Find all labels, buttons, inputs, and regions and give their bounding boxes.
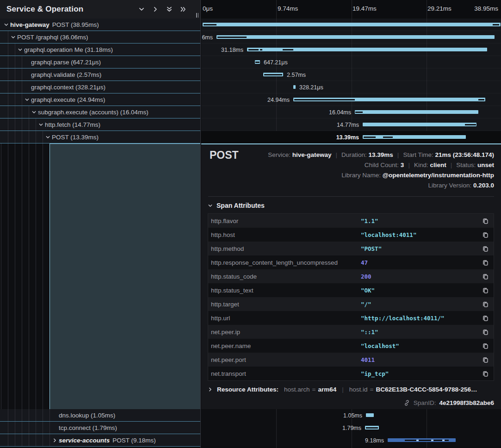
- indent-guide: [15, 56, 15, 68]
- chevron-right-icon[interactable]: [152, 6, 159, 12]
- chevron-down-icon[interactable]: [25, 97, 31, 102]
- timeline-row: 31.18ms: [201, 44, 501, 56]
- indent-guide: [15, 118, 15, 131]
- child-span-segment: [294, 99, 355, 100]
- tree-row[interactable]: hive-gatewayPOST (38.95ms): [0, 19, 200, 31]
- indent-guide: [29, 118, 29, 131]
- span-operation-label: subgraph.execute (accounts) (16.04ms): [38, 109, 148, 116]
- panel-resize-handle[interactable]: [196, 13, 198, 18]
- detail-divider: [208, 196, 494, 197]
- indent-guide: [8, 31, 8, 43]
- copy-icon[interactable]: [481, 370, 489, 377]
- tree-row[interactable]: POST /graphql (36.06ms): [0, 31, 200, 44]
- span-duration-bar[interactable]: [203, 23, 501, 26]
- tree-row[interactable]: subgraph.execute (accounts) (16.04ms): [0, 106, 200, 118]
- span-duration-label: 328.21μs: [299, 84, 323, 91]
- link-icon[interactable]: [403, 399, 410, 406]
- ruler-tick-label: 29.21ms: [427, 5, 452, 12]
- copy-icon[interactable]: [481, 231, 489, 238]
- copy-icon[interactable]: [481, 218, 489, 224]
- copy-icon[interactable]: [481, 287, 489, 294]
- span-duration-label: 24.94ms: [267, 97, 290, 103]
- span-duration-label: 14.77ms: [337, 122, 359, 128]
- indent-guide: [8, 44, 8, 56]
- indent-guide: [8, 118, 8, 131]
- chevron-down-icon[interactable]: [45, 135, 52, 140]
- tree-row[interactable]: POST (13.39ms): [0, 131, 200, 143]
- child-span-segment: [248, 49, 259, 50]
- selected-span-highlight-box: [49, 143, 200, 409]
- chevron-down-icon[interactable]: [138, 6, 145, 12]
- chevron-down-icon[interactable]: [38, 122, 45, 127]
- detail-meta-value: unset: [477, 162, 494, 168]
- resource-separator: |: [342, 386, 344, 393]
- resource-attributes-pairs: host.arch=arm64|host.id=BC62E13B-C4CC-58…: [284, 386, 477, 393]
- indent-guide: [8, 131, 8, 143]
- detail-meta-value: 0.203.0: [473, 182, 494, 189]
- tree-row[interactable]: graphql.validate (2.57ms): [0, 68, 200, 81]
- tree-row[interactable]: dns.lookup (1.05ms): [0, 409, 200, 422]
- child-span-segment: [260, 49, 262, 50]
- span-id-value: 4e21998f3b82abe6: [439, 399, 494, 406]
- detail-meta-line: Service: hive-gateway|Duration: 13.39ms|…: [268, 150, 494, 160]
- ruler-tick-label: 38.95ms: [474, 5, 498, 12]
- resource-attributes-header[interactable]: Resource Attributes:: [217, 386, 278, 393]
- indent-guide: [36, 118, 36, 131]
- indent-guide: [36, 131, 36, 143]
- selected-span-subtree-area: [0, 143, 200, 409]
- chevron-down-icon[interactable]: [31, 110, 38, 115]
- indent-guide: [22, 81, 22, 93]
- child-span-segment: [355, 112, 363, 113]
- span-attributes-header[interactable]: Span Attributes: [208, 202, 265, 209]
- span-duration-bar[interactable]: [355, 110, 478, 114]
- attribute-row: http.host"localhost:4011": [208, 228, 494, 242]
- attribute-key: http.url: [211, 315, 361, 322]
- tree-row[interactable]: graphql.execute (24.94ms): [0, 93, 200, 106]
- double-chevron-right-icon[interactable]: [180, 6, 186, 12]
- span-duration-bar[interactable]: [216, 35, 495, 39]
- detail-meta-value: client: [430, 162, 446, 168]
- span-duration-bar[interactable]: [363, 123, 476, 126]
- chevron-right-icon[interactable]: [208, 387, 213, 392]
- span-duration-label: 647.21μs: [264, 59, 288, 66]
- indent-guide: [22, 422, 22, 434]
- copy-icon[interactable]: [481, 245, 489, 252]
- ruler-tick-label: 9.74ms: [278, 5, 298, 12]
- attribute-row: http.url"http://localhost:4011/": [208, 311, 494, 325]
- span-duration-bar[interactable]: [363, 135, 466, 139]
- resource-pair: host.id=BC62E13B-C4CC-5854-9788-256…: [349, 386, 477, 393]
- span-duration-bar[interactable]: [293, 85, 296, 89]
- tree-row[interactable]: graphql.operation Me (31.18ms): [0, 44, 200, 56]
- indent-guide: [43, 422, 43, 434]
- indent-guide: [8, 56, 8, 68]
- copy-icon[interactable]: [481, 342, 489, 349]
- timeline-row: 1.05ms: [201, 409, 501, 422]
- timeline-row: 647.21μs: [201, 56, 501, 68]
- span-tree-panel: Service & Operation hive-gatewayPOST (38…: [0, 0, 201, 448]
- tree-row[interactable]: graphql.context (328.21μs): [0, 81, 200, 93]
- attribute-row: http.response_content_length_uncompresse…: [208, 255, 494, 269]
- copy-icon[interactable]: [481, 315, 489, 322]
- chevron-right-icon[interactable]: [52, 438, 59, 443]
- child-span-segment: [255, 62, 260, 63]
- copy-icon[interactable]: [481, 356, 489, 363]
- timeline-row: 9.18ms: [201, 434, 501, 447]
- tree-row[interactable]: service-accountsPOST (9.18ms): [0, 434, 200, 447]
- chevron-down-icon[interactable]: [18, 47, 24, 52]
- copy-icon[interactable]: [481, 301, 489, 308]
- child-span-segment: [264, 74, 282, 75]
- indent-guide: [29, 434, 29, 446]
- chevron-down-icon[interactable]: [11, 35, 17, 40]
- copy-icon[interactable]: [481, 259, 489, 266]
- tree-row[interactable]: tcp.connect (1.79ms): [0, 422, 200, 434]
- chevron-down-icon[interactable]: [4, 22, 10, 27]
- attribute-row: net.transport"ip_tcp": [208, 367, 494, 380]
- indent-guide: [22, 106, 22, 118]
- copy-icon[interactable]: [481, 329, 489, 336]
- span-duration-bar[interactable]: [366, 413, 374, 417]
- double-chevron-down-icon[interactable]: [166, 6, 173, 12]
- tree-row[interactable]: graphql.parse (647.21μs): [0, 56, 200, 68]
- copy-icon[interactable]: [481, 273, 489, 280]
- child-span-segment-light: [416, 440, 419, 441]
- tree-row[interactable]: http.fetch (14.77ms): [0, 118, 200, 131]
